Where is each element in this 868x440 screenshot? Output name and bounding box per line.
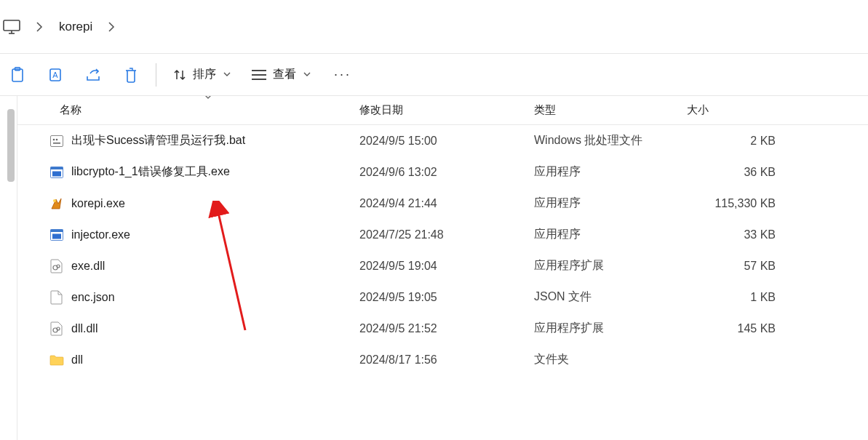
file-size: 36 KB — [687, 166, 789, 179]
file-date: 2024/9/5 21:52 — [359, 322, 534, 335]
nav-scrollbar[interactable] — [7, 109, 15, 182]
svg-rect-3 — [12, 69, 23, 81]
file-name: 出现卡Sucess请管理员运行我.bat — [71, 133, 245, 148]
column-size[interactable]: 大小 — [687, 103, 789, 117]
file-row[interactable]: exe.dll2024/9/5 19:04应用程序扩展57 KB — [17, 250, 868, 281]
file-name: korepi.exe — [71, 197, 125, 210]
file-type: JSON 文件 — [534, 289, 687, 305]
svg-rect-15 — [51, 167, 63, 169]
svg-text:A: A — [52, 71, 58, 79]
file-row[interactable]: dll2024/8/17 1:56文件夹 — [17, 344, 868, 375]
file-type: 应用程序 — [534, 227, 687, 242]
svg-point-11 — [53, 138, 55, 140]
file-size: 57 KB — [687, 260, 789, 273]
file-type: 应用程序 — [534, 164, 687, 180]
file-row[interactable]: dll.dll2024/9/5 21:52应用程序扩展145 KB — [17, 313, 868, 344]
sort-label: 排序 — [193, 67, 216, 82]
bat-icon — [49, 134, 64, 148]
svg-rect-10 — [51, 135, 63, 146]
chevron-down-icon — [223, 71, 231, 79]
korepi-icon — [49, 196, 64, 211]
column-name-label: 名称 — [60, 103, 81, 117]
sort-icon — [172, 68, 187, 81]
file-row[interactable]: 出现卡Sucess请管理员运行我.bat2024/9/5 15:00Window… — [17, 125, 868, 156]
file-size: 33 KB — [687, 228, 789, 241]
file-date: 2024/7/25 21:48 — [359, 228, 534, 241]
view-label: 查看 — [273, 67, 296, 82]
dll-icon — [49, 321, 64, 336]
delete-button[interactable] — [115, 60, 147, 89]
share-button[interactable] — [77, 60, 109, 89]
file-type: 应用程序 — [534, 196, 687, 211]
file-date: 2024/9/4 21:44 — [359, 197, 534, 210]
chevron-right-icon[interactable] — [108, 22, 115, 32]
json-icon — [49, 290, 64, 305]
svg-rect-19 — [51, 229, 63, 232]
column-date[interactable]: 修改日期 — [359, 103, 534, 117]
dll-icon — [49, 259, 64, 273]
more-button[interactable]: ··· — [324, 67, 362, 82]
file-row[interactable]: korepi.exe2024/9/4 21:44应用程序115,330 KB — [17, 188, 868, 219]
svg-rect-0 — [4, 20, 20, 31]
file-date: 2024/9/5 15:00 — [359, 135, 534, 148]
paste-button[interactable] — [1, 60, 33, 89]
file-name: exe.dll — [71, 260, 105, 273]
file-size: 115,330 KB — [687, 197, 789, 210]
file-name: libcrypto-1_1错误修复工具.exe — [71, 164, 230, 180]
rename-button[interactable]: A — [39, 60, 71, 89]
file-size: 145 KB — [687, 322, 789, 335]
chevron-down-icon — [303, 71, 311, 79]
nav-pane-edge — [0, 96, 17, 440]
file-type: 文件夹 — [534, 352, 687, 367]
file-size: 2 KB — [687, 135, 789, 148]
file-row[interactable]: libcrypto-1_1错误修复工具.exe2024/9/6 13:02应用程… — [17, 156, 868, 188]
column-type[interactable]: 类型 — [534, 103, 687, 117]
toolbar-separator — [156, 63, 156, 87]
file-row[interactable]: enc.json2024/9/5 19:05JSON 文件1 KB — [17, 281, 868, 313]
breadcrumb: korepi — [0, 0, 868, 54]
file-name: dll.dll — [71, 322, 97, 335]
file-name: enc.json — [71, 291, 115, 304]
view-button[interactable]: 查看 — [244, 60, 318, 89]
breadcrumb-folder[interactable]: korepi — [59, 20, 92, 34]
svg-rect-20 — [52, 233, 61, 239]
svg-rect-13 — [53, 143, 60, 144]
chevron-right-icon[interactable] — [36, 22, 43, 32]
sort-button[interactable]: 排序 — [165, 60, 238, 89]
toolbar: A 排序 查看 ··· — [0, 54, 868, 96]
svg-rect-16 — [52, 171, 61, 176]
exe-icon — [49, 165, 64, 180]
this-pc-icon[interactable] — [3, 19, 20, 35]
file-type: 应用程序扩展 — [534, 258, 687, 273]
svg-point-17 — [53, 199, 56, 202]
svg-point-12 — [56, 138, 58, 140]
column-header: 名称 修改日期 类型 大小 — [17, 96, 868, 125]
file-date: 2024/8/17 1:56 — [359, 353, 534, 367]
exe-icon — [49, 228, 64, 242]
file-name: dll — [71, 353, 83, 367]
file-date: 2024/9/5 19:05 — [359, 291, 534, 304]
file-size: 1 KB — [687, 291, 789, 304]
column-name[interactable]: 名称 — [17, 103, 359, 117]
file-type: Windows 批处理文件 — [534, 133, 687, 148]
file-date: 2024/9/5 19:04 — [359, 260, 534, 273]
file-name: injector.exe — [71, 228, 130, 241]
folder-icon — [49, 353, 64, 367]
file-type: 应用程序扩展 — [534, 321, 687, 336]
file-date: 2024/9/6 13:02 — [359, 166, 534, 179]
view-icon — [251, 69, 267, 81]
file-row[interactable]: injector.exe2024/7/25 21:48应用程序33 KB — [17, 219, 868, 250]
